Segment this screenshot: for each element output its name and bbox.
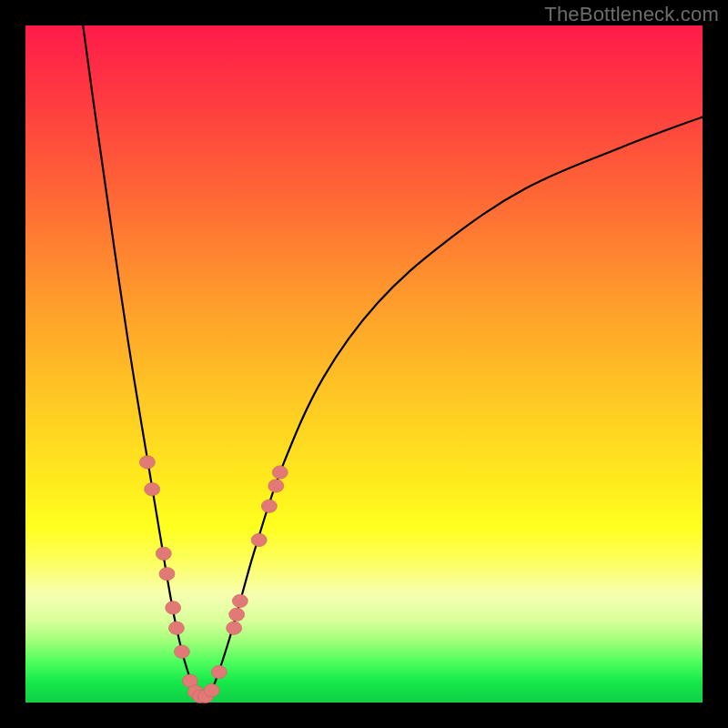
marker-point: [227, 622, 242, 634]
curve-right-arm: [201, 116, 703, 698]
marker-point: [166, 602, 181, 614]
chart-svg: [25, 25, 703, 703]
plot-area: [25, 25, 703, 703]
marker-point: [232, 594, 248, 607]
marker-point: [229, 608, 245, 621]
marker-point: [211, 665, 227, 678]
marker-point: [168, 622, 184, 634]
marker-point: [272, 466, 288, 479]
bottleneck-curve: [83, 25, 703, 699]
curve-markers: [139, 456, 288, 703]
marker-point: [156, 547, 171, 560]
watermark-text: TheBottleneck.com: [544, 3, 719, 26]
curve-left-arm: [83, 25, 201, 699]
marker-point: [268, 480, 284, 492]
marker-point: [139, 456, 155, 469]
chart-frame: TheBottleneck.com: [0, 0, 728, 728]
marker-point: [159, 567, 175, 580]
marker-point: [204, 683, 219, 696]
marker-point: [261, 500, 277, 512]
marker-point: [174, 645, 189, 658]
marker-point: [251, 533, 267, 546]
marker-point: [145, 482, 160, 495]
